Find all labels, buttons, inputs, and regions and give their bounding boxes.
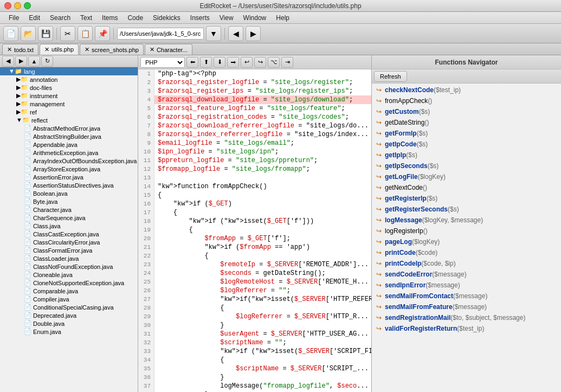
tree-item-reflect[interactable]: ▼📁 reflect [0,116,138,124]
browse-button[interactable]: ▼ [206,26,221,41]
cut-button[interactable]: ✂ [60,26,75,41]
function-item-4[interactable]: ↪getFormIp($s) [373,128,560,139]
tree-file-23[interactable]: 📄 Deprecated.java [0,311,138,319]
code-line-7[interactable]: 7$razorsql_download_referrer_logfile = "… [138,121,371,130]
menu-sidekicks[interactable]: Sidekicks [149,13,185,23]
tree-item-lang[interactable]: ▼📁 lang [0,67,138,75]
menu-items[interactable]: Items [98,13,122,23]
tree-item-management[interactable]: ▶📁 management [0,100,138,108]
menu-view[interactable]: View [215,13,238,23]
editor-nav-btn-6[interactable]: ↪ [254,57,266,68]
tree-file-5[interactable]: 📄 ArrayStoreException.java [0,165,138,173]
code-line-11[interactable]: 11$ppreturn_logfile = "site_logs/ppretur… [138,156,371,165]
code-line-28[interactable]: 28 { [138,304,371,312]
tree-file-24[interactable]: 📄 Double.java [0,319,138,327]
tree-file-22[interactable]: 📄 ConditionalSpecialCasing.java [0,303,138,311]
code-line-6[interactable]: 6$razorsql_registration_codes = "site_lo… [138,113,371,121]
function-item-21[interactable]: ↪sendRegistrationMail($to, $subject, $me… [373,312,560,323]
function-item-3[interactable]: ↪getDateString() [373,117,560,128]
code-line-37[interactable]: 37 logMessage("fromapp_logfile", $seco..… [138,382,371,390]
back-button[interactable]: ◀ [228,26,243,41]
function-item-20[interactable]: ↪sendMailFromFeature($message) [373,301,560,312]
menu-inserts[interactable]: Inserts [186,13,214,23]
code-line-30[interactable]: 30 } [138,321,371,330]
tree-file-17[interactable]: 📄 ClassNotFoundException.java [0,262,138,271]
code-line-34[interactable]: 34 { [138,356,371,364]
code-line-27[interactable]: 27 "kw">if("kw">isset($_SERVER['HTTP_REF… [138,295,371,304]
function-item-10[interactable]: ↪getRegisterIp($s) [373,193,560,204]
code-line-5[interactable]: 5$razorsql_feature_logfile = "site_logs/… [138,104,371,113]
editor-format-btn[interactable]: ⌥ [268,57,280,68]
code-line-26[interactable]: 26 $logReferrer = ""; [138,286,371,295]
code-line-20[interactable]: 20 $fromApp = $_GET['f']; [138,234,371,243]
tree-file-16[interactable]: 📄 ClassLoader.java [0,254,138,262]
tab-utils[interactable]: ✕ utils.php [40,44,79,55]
code-line-12[interactable]: 12$fromapp_logfile = "site_logs/fromapp"… [138,165,371,173]
code-line-3[interactable]: 3$razorsql_register_ips = "site_logs/reg… [138,87,371,95]
code-line-1[interactable]: 1"php-tag"><?php [138,69,371,78]
tree-item-docfiles[interactable]: ▶📁 doc-files [0,83,138,92]
function-item-14[interactable]: ↪pageLog($logKey) [373,236,560,247]
function-item-0[interactable]: ↪checkNextCode($test_ip) [373,85,560,95]
tree-file-3[interactable]: 📄 ArithmeticException.java [0,149,138,157]
tree-file-9[interactable]: 📄 Byte.java [0,197,138,205]
menu-search[interactable]: Search [46,13,75,23]
tree-item-annotation[interactable]: ▶📁 annotation [0,75,138,83]
function-item-22[interactable]: ↪validForRegisterReturn($test_ip) [373,323,560,334]
function-item-15[interactable]: ↪printCode($code) [373,247,560,258]
code-line-14[interactable]: 14"kw">function fromAppCheck() [138,182,371,191]
open-button[interactable]: 📂 [21,26,36,41]
tree-file-19[interactable]: 📄 CloneNotSupportedException.java [0,279,138,287]
tree-file-12[interactable]: 📄 Class.java [0,222,138,230]
file-tree[interactable]: ◀ ▶ ▲ ↻ ▼📁 lang ▶📁 annotation ▶📁 doc-fil… [0,55,138,392]
function-item-7[interactable]: ↪getIpSeconds($s) [373,160,560,171]
menu-file[interactable]: File [4,13,23,23]
function-item-19[interactable]: ↪sendMailFromContact($message) [373,291,560,301]
code-line-10[interactable]: 10$ipn_logfile = "site_logs/ipn"; [138,147,371,156]
code-line-2[interactable]: 2$razorsql_register_logfile = "site_logs… [138,78,371,87]
path-input[interactable] [117,28,204,40]
tree-file-21[interactable]: 📄 Compiler.java [0,295,138,303]
tree-file-2[interactable]: 📄 Appendable.java [0,140,138,149]
save-button[interactable]: 💾 [38,26,53,41]
tab-screenshots[interactable]: ✕ screen_shots.php [80,44,144,55]
maximize-button[interactable] [24,2,31,9]
tree-file-0[interactable]: 📄 AbstractMethodError.java [0,124,138,132]
code-line-8[interactable]: 8$razorsql_index_referrer_logfile = "sit… [138,130,371,139]
function-item-5[interactable]: ↪getIpCode($s) [373,139,560,150]
code-line-17[interactable]: 17 { [138,208,371,217]
menu-window[interactable]: Window [239,13,271,23]
menu-edit[interactable]: Edit [24,13,44,23]
code-line-16[interactable]: 16 "kw">if ($_GET) [138,200,371,208]
function-item-1[interactable]: ↪fromAppCheck() [373,95,560,106]
code-line-36[interactable]: 36 } [138,373,371,382]
code-line-31[interactable]: 31 $userAgent = $_SERVER['HTTP_USER_AG..… [138,330,371,338]
tree-file-8[interactable]: 📄 Boolean.java [0,189,138,197]
editor-nav-btn-2[interactable]: ⬆ [200,57,212,68]
editor-nav-btn-4[interactable]: ⮕ [227,57,239,68]
function-item-8[interactable]: ↪getLogFile($logKey) [373,171,560,182]
menu-code[interactable]: Code [123,13,147,23]
tree-item-instrument[interactable]: ▶📁 instrument [0,92,138,100]
paste-button[interactable]: 📌 [95,26,110,41]
tree-file-7[interactable]: 📄 AssertionStatusDirectives.java [0,181,138,189]
code-line-29[interactable]: 29 $logReferrer = $_SERVER['HTTP_R... [138,312,371,321]
function-item-11[interactable]: ↪getRegisterSeconds($s) [373,204,560,215]
function-item-2[interactable]: ↪getCustom($s) [373,106,560,117]
function-item-6[interactable]: ↪getIpIp($s) [373,150,560,160]
code-line-24[interactable]: 24 $seconds = getDateString(); [138,269,371,278]
language-selector[interactable]: PHP HTML JavaScript CSS [140,57,185,68]
tree-file-4[interactable]: 📄 ArrayIndexOutOfBoundsException.java [0,157,138,165]
code-line-35[interactable]: 35 $scriptName = $_SERVER['SCRIPT_... [138,364,371,373]
code-line-33[interactable]: 33 "kw">if ("kw">isset($_SERVER['SCRIPT_… [138,347,371,356]
function-item-9[interactable]: ↪getNextCode() [373,182,560,193]
code-line-15[interactable]: 15{ [138,191,371,200]
tree-file-6[interactable]: 📄 AssertionError.java [0,173,138,181]
function-item-12[interactable]: ↪logMessage($logKey, $message) [373,215,560,226]
code-line-9[interactable]: 9$email_logfile = "site_logs/email"; [138,139,371,147]
refresh-button[interactable]: Refresh [374,71,407,82]
code-line-4[interactable]: 4$razorsql_download_logfile = "site_logs… [138,95,371,104]
window-controls[interactable] [4,2,31,9]
tree-back-button[interactable]: ◀ [2,56,14,67]
tree-file-20[interactable]: 📄 Comparable.java [0,287,138,295]
